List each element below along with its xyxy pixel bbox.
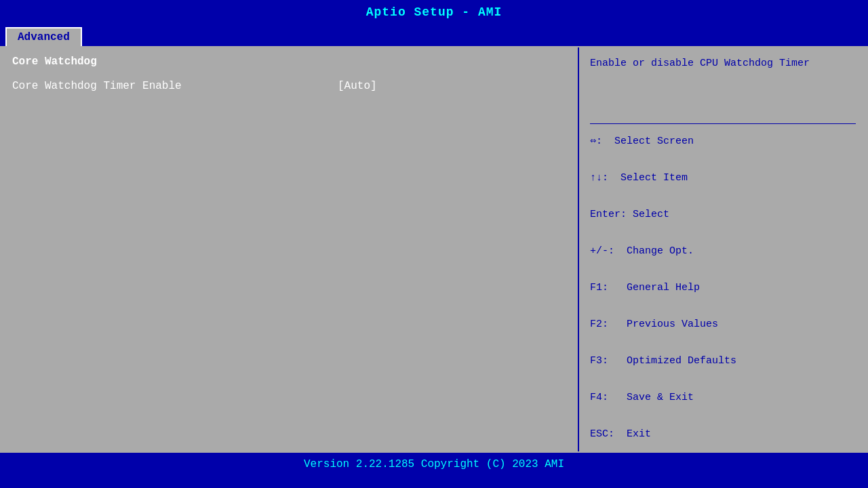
app-title: Aptio Setup - AMI xyxy=(0,0,868,24)
left-panel: Core Watchdog Core Watchdog Timer Enable… xyxy=(1,47,579,451)
shortcut-f3: F3: Optimized Defaults xyxy=(590,352,856,370)
footer-text: Version 2.22.1285 Copyright (C) 2023 AMI xyxy=(304,458,564,470)
shortcut-f4: F4: Save & Exit xyxy=(590,388,856,407)
setting-value: [Auto] xyxy=(338,80,377,92)
shortcut-select-screen: ⇔: Select Screen xyxy=(590,132,856,150)
shortcut-enter: Enter: Select xyxy=(590,205,856,224)
shortcut-select-item: ↑↓: Select Item xyxy=(590,169,856,187)
setting-name: Core Watchdog Timer Enable xyxy=(12,80,338,92)
shortcut-f2: F2: Previous Values xyxy=(590,315,856,333)
main-content: Core Watchdog Core Watchdog Timer Enable… xyxy=(0,46,868,453)
shortcuts: ⇔: Select Screen ↑↓: Select Item Enter: … xyxy=(590,132,856,443)
help-text: Enable or disable CPU Watchdog Timer xyxy=(590,56,856,118)
setting-row[interactable]: Core Watchdog Timer Enable [Auto] xyxy=(12,79,567,94)
shortcut-change-opt: +/-: Change Opt. xyxy=(590,242,856,260)
tab-bar: Advanced xyxy=(0,24,868,46)
divider xyxy=(590,123,856,124)
shortcut-esc: ESC: Exit xyxy=(590,425,856,443)
shortcut-f1: F1: General Help xyxy=(590,279,856,297)
tab-advanced[interactable]: Advanced xyxy=(5,27,82,46)
title-text: Aptio Setup - AMI xyxy=(366,5,502,19)
section-title: Core Watchdog xyxy=(12,56,567,68)
right-panel: Enable or disable CPU Watchdog Timer ⇔: … xyxy=(579,47,867,451)
footer: Version 2.22.1285 Copyright (C) 2023 AMI xyxy=(0,453,868,476)
